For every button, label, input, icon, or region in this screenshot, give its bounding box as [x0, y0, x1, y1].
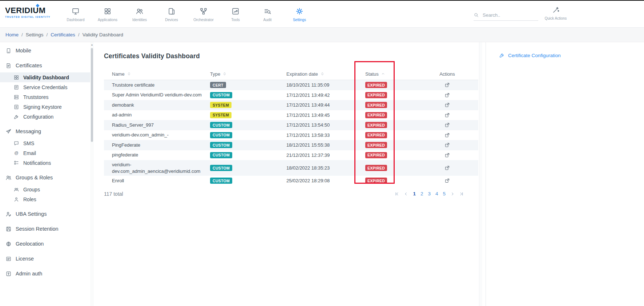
sidebar-item-truststores[interactable]: Truststores	[0, 92, 90, 102]
grid-icon	[104, 7, 112, 15]
sidebar-item-groups[interactable]: Groups	[0, 184, 90, 194]
brand-name: VERIDIUM	[5, 6, 51, 15]
sidebar-item-service-credentials[interactable]: Service Credentials	[0, 82, 90, 92]
column-header-type[interactable]: Type	[210, 71, 286, 77]
tools-icon	[232, 7, 240, 15]
type-badge: SYSTEM	[210, 112, 232, 118]
nav-item-label: Dashboard	[67, 18, 85, 22]
open-certificate-icon[interactable]	[444, 152, 450, 158]
brand-tagline: TRUSTED DIGITAL IDENTITY	[5, 16, 51, 18]
status-badge: EXPIRED	[365, 112, 387, 118]
quick-actions-label: Quick Actions	[545, 16, 567, 20]
page-button-3[interactable]: 3	[428, 191, 431, 196]
search-icon[interactable]	[474, 12, 479, 18]
sidebar-item-geolocation[interactable]: Geolocation	[0, 239, 90, 249]
magic-wand-icon	[552, 6, 560, 14]
nav-item-applications[interactable]: Applications	[92, 1, 124, 28]
nav-item-devices[interactable]: Devices	[156, 1, 188, 28]
certificate-name: ad-admin	[104, 110, 210, 120]
nav-item-label: Orchestrator	[193, 18, 214, 22]
column-header-expiration-date[interactable]: Expiration date	[286, 71, 365, 77]
sidebar-scrollbar-thumb[interactable]	[91, 48, 93, 142]
breadcrumb-separator: /	[47, 32, 48, 37]
expiration-date: 17/12/2021 13:49:44	[286, 102, 365, 108]
open-certificate-icon[interactable]	[444, 82, 450, 88]
certificate-status: EXPIRED	[365, 82, 416, 88]
sidebar-item-messaging[interactable]: Messaging	[0, 126, 90, 136]
quick-actions-button[interactable]: Quick Actions	[543, 6, 568, 20]
nav-item-orchestrator[interactable]: Orchestrator	[188, 1, 220, 28]
checklist-icon	[13, 160, 19, 166]
certificate-configuration-link[interactable]: Certificate Configuration	[499, 52, 561, 58]
certificate-icon	[5, 63, 12, 69]
page-button-1[interactable]: 1	[413, 191, 416, 196]
column-header-status[interactable]: Status	[365, 71, 416, 77]
sidebar-item-uba-settings[interactable]: UBA Settings	[0, 209, 90, 219]
chat-icon	[13, 140, 19, 146]
sidebar-item-license[interactable]: License	[0, 254, 90, 264]
sidebar-item-mobile[interactable]: Mobile	[0, 45, 90, 56]
sidebar-scrollbar[interactable]: ▲	[90, 42, 94, 306]
scroll-up-arrow-icon[interactable]: ▲	[90, 44, 94, 46]
sidebar-item-configuration[interactable]: Configuration	[0, 112, 90, 122]
type-badge: CUSTOM	[210, 178, 232, 184]
certificate-type: CUSTOM	[210, 142, 286, 148]
sidebar-item-label: Groups	[23, 187, 40, 192]
open-certificate-icon[interactable]	[444, 132, 450, 138]
nav-item-tools[interactable]: Tools	[220, 1, 251, 28]
page-button-5[interactable]: 5	[443, 191, 446, 196]
breadcrumb-home[interactable]: Home	[5, 32, 19, 37]
sidebar-item-sms[interactable]: SMS	[0, 138, 90, 148]
certificate-status: EXPIRED	[365, 112, 416, 118]
open-certificate-icon[interactable]	[444, 142, 450, 148]
nav-item-settings[interactable]: Settings	[283, 1, 315, 28]
sidebar-item-validity-dashboard[interactable]: Validity Dashboard	[0, 72, 90, 82]
truststore-icon	[13, 94, 19, 100]
certificate-type: CERT	[210, 82, 286, 88]
row-actions	[416, 152, 478, 158]
sidebar-item-groups-roles[interactable]: Groups & Roles	[0, 172, 90, 183]
open-certificate-icon[interactable]	[444, 102, 450, 108]
veridium-logo[interactable]: VERIDIUM TRUSTED DIGITAL IDENTITY	[5, 6, 51, 18]
nav-item-audit[interactable]: Audit	[251, 1, 283, 28]
row-actions	[416, 178, 478, 183]
certificate-status: EXPIRED	[365, 102, 416, 108]
previous-page-icon[interactable]	[404, 192, 408, 196]
sort-both-icon	[223, 72, 226, 76]
status-badge: EXPIRED	[365, 152, 387, 158]
disk-icon	[5, 226, 12, 232]
sidebar-item-session-retention[interactable]: Session Retention	[0, 224, 90, 234]
search-input[interactable]	[483, 12, 534, 18]
sidebar-item-admin-auth[interactable]: Admin auth	[0, 269, 90, 279]
content-scrollbar[interactable]	[479, 42, 482, 306]
sidebar-item-signing-keystore[interactable]: Signing Keystore	[0, 102, 90, 112]
next-page-icon[interactable]	[450, 192, 455, 196]
column-header-label: Actions	[439, 71, 455, 77]
expiration-date: 21/12/2021 12:37:39	[286, 152, 365, 158]
sidebar-item-email[interactable]: @Email	[0, 148, 90, 158]
certificate-status: EXPIRED	[365, 152, 416, 158]
first-page-icon[interactable]	[395, 192, 399, 196]
page-button-4[interactable]: 4	[435, 191, 438, 196]
open-certificate-icon[interactable]	[444, 92, 450, 98]
row-actions	[416, 102, 478, 108]
expiration-date: 17/12/2021 13:54:50	[286, 122, 365, 128]
sidebar-item-certificates[interactable]: Certificates	[0, 60, 90, 71]
nav-item-label: Applications	[98, 18, 117, 22]
last-page-icon[interactable]	[459, 192, 464, 196]
breadcrumb-certificates[interactable]: Certificates	[51, 32, 75, 37]
sidebar-item-roles[interactable]: Roles	[0, 194, 90, 204]
open-certificate-icon[interactable]	[444, 122, 450, 128]
nav-item-label: Devices	[165, 18, 178, 22]
open-certificate-icon[interactable]	[444, 165, 450, 171]
sidebar-item-notifications[interactable]: Notifications	[0, 158, 90, 168]
certificates-table: NameTypeExpiration dateStatusActions Tru…	[104, 68, 478, 186]
open-certificate-icon[interactable]	[444, 112, 450, 118]
nav-item-label: Settings	[293, 18, 306, 22]
page-button-2[interactable]: 2	[420, 191, 423, 196]
open-certificate-icon[interactable]	[444, 178, 450, 183]
nav-item-dashboard[interactable]: Dashboard	[60, 1, 92, 28]
table-header-row: NameTypeExpiration dateStatusActions	[104, 68, 478, 80]
column-header-name[interactable]: Name	[104, 71, 210, 77]
nav-item-identities[interactable]: Identities	[124, 1, 156, 28]
